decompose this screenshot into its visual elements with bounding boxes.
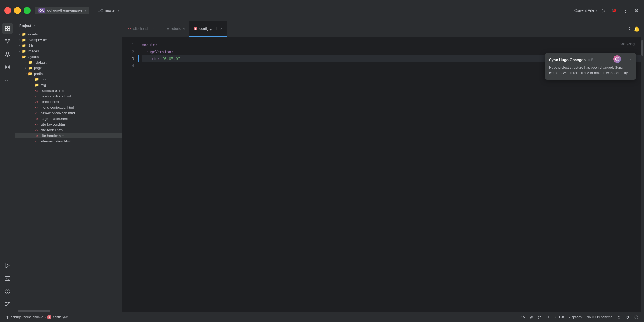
sidebar-item-partials[interactable]: › 📂 partials bbox=[15, 71, 122, 76]
activity-bar: ··· bbox=[0, 21, 15, 312]
html-file-icon: <> bbox=[34, 117, 39, 120]
notif-title-row: Sync Hugo Changes ⇧⌘I bbox=[549, 58, 594, 62]
sidebar-item-images[interactable]: › 📁 images bbox=[15, 48, 122, 54]
status-schema[interactable]: No JSON schema bbox=[585, 315, 614, 320]
more-button[interactable]: ⋮ bbox=[622, 6, 630, 15]
sidebar-item-label: func bbox=[41, 77, 47, 81]
sidebar-item-page[interactable]: › 📁 page bbox=[15, 65, 122, 71]
tab-label: config.yaml bbox=[199, 27, 217, 31]
status-project-label: gohugo-theme-ananke bbox=[11, 315, 43, 319]
sidebar-item-site-header[interactable]: › <> site-header.html bbox=[15, 133, 122, 138]
status-branch[interactable]: ⬆ gohugo-theme-ananke › Y config.yaml bbox=[4, 314, 71, 320]
activity-plugins-icon[interactable] bbox=[2, 49, 13, 60]
sidebar-item-i18nlist[interactable]: › <> i18nlist.html bbox=[15, 99, 122, 105]
html-file-icon: <> bbox=[34, 100, 39, 104]
svg-point-22 bbox=[5, 305, 6, 306]
activity-run-icon[interactable] bbox=[2, 260, 13, 271]
collapse-arrow-icon: › bbox=[17, 50, 21, 53]
status-position[interactable]: 3:15 bbox=[517, 315, 526, 320]
lock-icon bbox=[617, 315, 621, 319]
svg-line-8 bbox=[6, 42, 8, 42]
status-scroll[interactable]: @ bbox=[528, 315, 535, 320]
run-button[interactable]: ▷ bbox=[601, 6, 607, 14]
sidebar-item-new-window-icon[interactable]: › <> new-window-icon.html bbox=[15, 110, 122, 116]
tab-label: site-header.html bbox=[133, 27, 158, 31]
tab-robots[interactable]: ≡ robots.txt bbox=[162, 21, 189, 37]
sidebar-item-page-header[interactable]: › <> page-header.html bbox=[15, 116, 122, 122]
close-button[interactable] bbox=[4, 7, 11, 14]
tab-config[interactable]: Y config.yaml × bbox=[189, 21, 227, 37]
folder-icon: 📁 bbox=[28, 66, 33, 70]
sidebar-item-commento[interactable]: › <> commento.html bbox=[15, 88, 122, 93]
minimize-button[interactable] bbox=[14, 7, 21, 14]
status-vcs[interactable] bbox=[536, 315, 543, 320]
activity-git-icon[interactable] bbox=[2, 36, 13, 47]
activity-vcs-icon[interactable] bbox=[2, 299, 13, 310]
branch-selector[interactable]: ⎇ master ▾ bbox=[95, 6, 123, 14]
editor-scrollbar[interactable] bbox=[641, 37, 644, 312]
sidebar-item-label: i18n bbox=[28, 43, 34, 47]
sidebar-item-label: head-additions.html bbox=[41, 94, 71, 98]
sidebar-item-site-favicon[interactable]: › <> site-favicon.html bbox=[15, 122, 122, 127]
html-file-icon: <> bbox=[34, 106, 39, 109]
sidebar-chevron-icon: ▾ bbox=[33, 24, 35, 27]
svg-marker-16 bbox=[6, 264, 9, 268]
ga-badge: GA bbox=[38, 8, 45, 13]
status-indent[interactable]: 2 spaces bbox=[567, 315, 583, 320]
sidebar-item-layouts[interactable]: › 📂 layouts bbox=[15, 54, 122, 60]
html-file-icon: <> bbox=[34, 140, 39, 143]
sidebar-item-label: site-favicon.html bbox=[41, 122, 66, 126]
status-encoding[interactable]: UTF-8 bbox=[553, 315, 566, 320]
sidebar-item-svg[interactable]: › 📁 svg bbox=[15, 82, 122, 88]
debug-button[interactable]: 🐞 bbox=[610, 7, 618, 14]
activity-project-icon[interactable] bbox=[2, 23, 13, 34]
sidebar-item-label: assets bbox=[28, 32, 38, 36]
tab-site-header[interactable]: <> site-header.html bbox=[123, 21, 162, 37]
settings-button[interactable]: ⚙ bbox=[633, 6, 640, 14]
editor-content: 1 2 3 4 module: hugoVersion: mi bbox=[122, 37, 644, 312]
svg-marker-11 bbox=[6, 53, 9, 55]
folder-icon: 📁 bbox=[34, 83, 39, 87]
svg-point-28 bbox=[615, 57, 619, 61]
lf-label: LF bbox=[546, 315, 550, 319]
sidebar-item-site-navigation[interactable]: › <> site-navigation.html bbox=[15, 138, 122, 144]
folder-icon: 📁 bbox=[34, 77, 39, 81]
line-number: 4 bbox=[122, 62, 134, 69]
status-breadcrumb-sep: › bbox=[45, 315, 46, 319]
sidebar-item-func[interactable]: › 📁 func bbox=[15, 76, 122, 82]
current-file-selector[interactable]: Current File ▾ bbox=[574, 8, 597, 13]
status-lf[interactable]: LF bbox=[545, 315, 552, 320]
tab-close-button[interactable]: × bbox=[220, 27, 222, 31]
status-info[interactable] bbox=[633, 315, 640, 320]
activity-terminal-icon[interactable] bbox=[2, 273, 13, 284]
notification-bell-button[interactable]: 🔔 bbox=[633, 25, 641, 33]
status-git[interactable] bbox=[624, 315, 631, 320]
notification-body: Hugo project structure has been changed.… bbox=[549, 65, 632, 75]
cursor-indicator bbox=[138, 55, 139, 62]
sidebar-item-label: commento.html bbox=[41, 89, 64, 93]
sidebar-item-assets[interactable]: › 📁 assets bbox=[15, 31, 122, 37]
sidebar-item-label: page bbox=[34, 66, 42, 70]
encoding-label: UTF-8 bbox=[555, 315, 564, 319]
project-selector[interactable]: GA gohugo-theme-ananke ▾ bbox=[35, 7, 89, 14]
sidebar: Project ▾ › 📁 assets › 📁 exampleSite › 📁… bbox=[15, 21, 122, 312]
indent-label: 2 spaces bbox=[569, 315, 582, 319]
line-number: 2 bbox=[122, 48, 134, 55]
tab-more-button[interactable]: ⋮ bbox=[626, 25, 633, 33]
sidebar-item-i18n[interactable]: › 📁 i18n bbox=[15, 43, 122, 48]
sidebar-item-menu-contextual[interactable]: › <> menu-contextual.html bbox=[15, 105, 122, 110]
sidebar-item-site-footer[interactable]: › <> site-footer.html bbox=[15, 127, 122, 133]
sidebar-item-head-additions[interactable]: › <> head-additions.html bbox=[15, 93, 122, 99]
activity-problems-icon[interactable] bbox=[2, 286, 13, 297]
titlebar-right: Current File ▾ ▷ 🐞 ⋮ ⚙ bbox=[574, 6, 640, 15]
status-lock[interactable] bbox=[616, 315, 623, 320]
activity-more-icon[interactable]: ··· bbox=[2, 75, 13, 85]
activity-structure-icon[interactable] bbox=[2, 62, 13, 72]
svg-rect-1 bbox=[8, 26, 9, 28]
scrollbar-thumb bbox=[641, 40, 643, 56]
sidebar-item-label: layouts bbox=[28, 55, 39, 59]
sidebar-item-default[interactable]: › 📁 _default bbox=[15, 60, 122, 65]
notification-close-button[interactable]: × bbox=[629, 57, 632, 62]
maximize-button[interactable] bbox=[24, 7, 31, 14]
sidebar-item-examplesite[interactable]: › 📁 exampleSite bbox=[15, 37, 122, 43]
